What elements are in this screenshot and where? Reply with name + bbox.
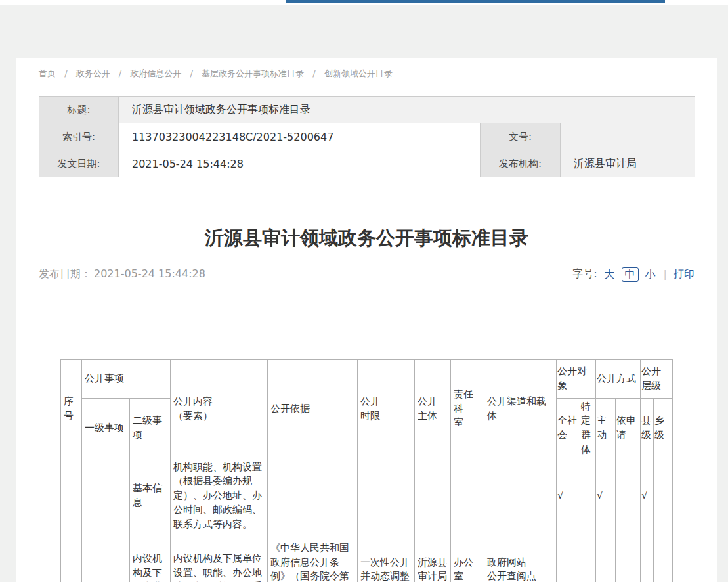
publish-date-value: 2021-05-24 15:44:28 [94,267,205,280]
header-public-matters: 公开事项 [82,359,171,398]
publish-date: 发布日期：2021-05-24 15:44:28 [39,267,205,281]
font-size-label: 字号: [572,267,597,281]
header-responsible-section: 责任科 室 [451,359,484,459]
breadcrumb-divider [39,89,695,89]
catalog-data-row-1: 基本信息 机构职能、机构设置（根据县委编办规定）、办公地址、办公时间、邮政编码、… [61,459,673,533]
font-size-controls: 字号: 大 中 小 | 打印 [572,267,695,282]
print-button[interactable]: 打印 [674,267,695,281]
breadcrumb-item-biaozhunmulu[interactable]: 基层政务公开事项标准目录 [202,68,304,78]
font-size-medium-button[interactable]: 中 [622,267,639,282]
breadcrumb-item-xinxigongkai[interactable]: 政府信息公开 [130,68,181,78]
meta-org-label: 发布机构: [481,150,561,177]
header-level1-matter: 一级事项 [82,398,130,459]
meta-date-label: 发文日期: [39,150,119,177]
header-public-channel: 公开渠道和载 体 [484,359,557,459]
meta-index-value: 11370323004223148C/2021-5200647 [119,123,481,150]
breadcrumb-separator: / [64,68,67,78]
meta-index-label: 索引号: [39,123,119,150]
catalog-table: 序 号 公开事项 公开内容 （要素） 公开依据 公开 时限 公开 主体 责任科 … [60,359,673,582]
header-township-level: 乡 级 [654,398,673,459]
controls-separator: | [664,268,667,280]
page-title: 沂源县审计领域政务公开事项标准目录 [39,225,695,252]
cell-check-upon-request [616,459,641,533]
breadcrumb-separator: / [190,68,192,78]
cell-level2-matter: 基本信息 [130,459,171,533]
cell-check-whole-society: √ [557,533,580,582]
cell-level1-matter [82,459,130,582]
header-public-level: 公开 层级 [641,359,673,398]
header-county-level: 县 级 [641,398,654,459]
cell-check-township-level [654,459,673,533]
breadcrumb: 首页 / 政务公开 / 政府信息公开 / 基层政务公开事项标准目录 / 创新领域… [39,68,695,79]
cell-check-specific-groups [580,533,596,582]
top-strip [0,0,728,5]
publish-date-label: 发布日期： [39,267,91,280]
header-public-target: 公开对 象 [557,359,596,398]
document-meta-table: 标题: 沂源县审计领域政务公开事项标准目录 索引号: 1137032300422… [39,96,695,177]
cell-check-proactive: √ [596,459,616,533]
meta-date-value: 2021-05-24 15:44:28 [119,150,481,177]
meta-title-value: 沂源县审计领域政务公开事项标准目录 [119,97,695,123]
meta-org-value: 沂源县审计局 [561,150,695,177]
catalog-header-row-1: 序 号 公开事项 公开内容 （要素） 公开依据 公开 时限 公开 主体 责任科 … [61,359,673,398]
breadcrumb-item-chuangxinlingyu[interactable]: 创新领域公开目录 [324,68,393,78]
page: 首页 / 政务公开 / 政府信息公开 / 基层政务公开事项标准目录 / 创新领域… [0,0,728,582]
header-public-basis: 公开依据 [268,359,358,459]
header-public-time-limit: 公开 时限 [358,359,415,459]
breadcrumb-item-zhengwugongkai[interactable]: 政务公开 [76,68,110,78]
content-card: 首页 / 政务公开 / 政府信息公开 / 基层政务公开事项标准目录 / 创新领域… [16,58,717,582]
meta-docnum-value [561,123,695,150]
cell-check-upon-request [616,533,641,582]
cell-check-proactive: √ [596,533,616,582]
font-size-small-button[interactable]: 小 [645,268,656,281]
cell-check-county-level: √ [641,533,654,582]
cell-public-time-limit: 一次性公开 并动态调整 [358,459,415,582]
header-upon-request: 依申 请 [616,398,641,459]
header-proactive: 主 动 [596,398,616,459]
meta-title-label: 标题: [39,97,119,123]
cell-public-content: 机构职能、机构设置（根据县委编办规定）、办公地址、办公时间、邮政编码、联系方式等… [171,459,268,533]
breadcrumb-item-home[interactable]: 首页 [39,68,56,78]
publish-divider [39,290,695,290]
cell-responsible-section: 办公室 [451,459,484,582]
header-specific-groups: 特定群体 [580,398,596,459]
header-public-subject: 公开 主体 [415,359,451,459]
meta-row-title: 标题: 沂源县审计领域政务公开事项标准目录 [39,97,695,123]
header-public-method: 公开方式 [596,359,641,398]
publish-row: 发布日期：2021-05-24 15:44:28 字号: 大 中 小 | 打印 [39,267,695,282]
cell-public-basis: 《中华人民共和国政府信息公开条例》（国务院令第711号） [268,459,358,582]
breadcrumb-separator: / [312,68,315,78]
breadcrumb-separator: / [119,68,121,78]
cell-public-content: 内设机构及下属单位设置、职能、办公地址、办公时间、联系方式、负责人姓名等信息。 [171,533,268,582]
cell-serial-number [61,459,82,582]
header-level2-matter: 二级事 项 [130,398,171,459]
top-nav-bar-edge [286,0,665,3]
header-public-content: 公开内容 （要素） [171,359,268,459]
meta-row-date: 发文日期: 2021-05-24 15:44:28 发布机构: 沂源县审计局 [39,150,695,177]
cell-check-county-level: √ [641,459,654,533]
meta-docnum-label: 文号: [481,123,561,150]
cell-public-channel: 政府网站 公开查阅点 [484,459,557,582]
cell-check-whole-society: √ [557,459,580,533]
header-serial-number: 序 号 [61,359,82,459]
cell-check-township-level [654,533,673,582]
cell-check-specific-groups [580,459,596,533]
cell-public-subject: 沂源县 审计局 [415,459,451,582]
font-size-large-button[interactable]: 大 [605,268,615,281]
header-whole-society: 全社 会 [557,398,580,459]
cell-level2-matter: 内设机构及下属事业单位信息 [130,533,171,582]
meta-row-index: 索引号: 11370323004223148C/2021-5200647 文号: [39,123,695,150]
